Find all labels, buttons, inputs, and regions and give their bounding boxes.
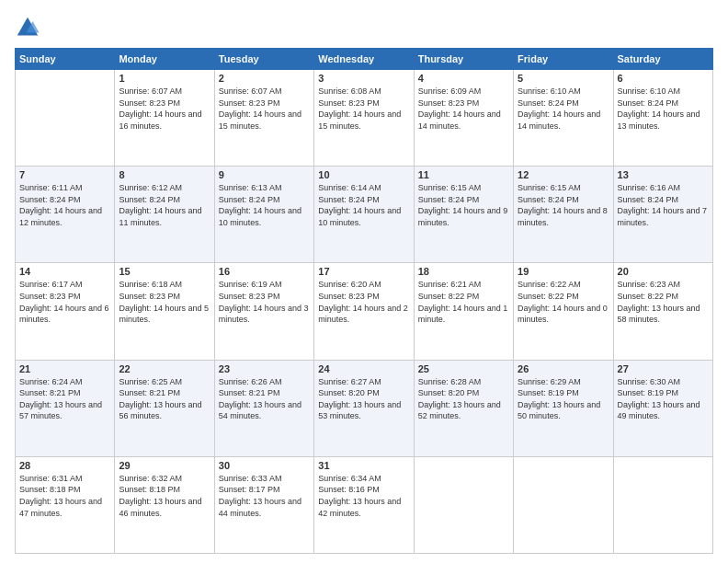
daylight-label: Daylight: 13 hours and 57 minutes.	[19, 400, 102, 421]
sunrise-label: Sunrise: 6:14 AM	[318, 183, 381, 192]
day-number: 21	[19, 363, 110, 374]
weekday-header: Thursday	[414, 49, 513, 70]
sunrise-label: Sunrise: 6:15 AM	[518, 183, 581, 192]
daylight-label: Daylight: 13 hours and 56 minutes.	[119, 400, 201, 421]
calendar-cell: 8 Sunrise: 6:12 AM Sunset: 8:24 PM Dayli…	[115, 167, 214, 263]
daylight-label: Daylight: 14 hours and 5 minutes.	[119, 304, 209, 325]
day-number: 27	[618, 363, 709, 374]
day-number: 16	[219, 266, 310, 277]
calendar-cell	[514, 456, 613, 553]
sunrise-label: Sunrise: 6:29 AM	[518, 377, 581, 386]
day-number: 4	[418, 73, 509, 84]
daylight-label: Daylight: 14 hours and 2 minutes.	[318, 304, 408, 325]
day-number: 26	[518, 363, 609, 374]
day-info: Sunrise: 6:27 AM Sunset: 8:20 PM Dayligh…	[318, 376, 409, 422]
calendar-cell: 3 Sunrise: 6:08 AM Sunset: 8:23 PM Dayli…	[314, 70, 414, 167]
day-number: 8	[119, 169, 210, 180]
calendar-cell: 26 Sunrise: 6:29 AM Sunset: 8:19 PM Dayl…	[514, 360, 613, 456]
day-number: 23	[219, 363, 310, 374]
weekday-header: Saturday	[613, 49, 712, 70]
calendar-cell: 4 Sunrise: 6:09 AM Sunset: 8:23 PM Dayli…	[414, 70, 513, 167]
day-number: 19	[518, 266, 609, 277]
calendar-cell: 10 Sunrise: 6:14 AM Sunset: 8:24 PM Dayl…	[314, 167, 414, 263]
calendar-cell: 21 Sunrise: 6:24 AM Sunset: 8:21 PM Dayl…	[16, 360, 115, 456]
sunrise-label: Sunrise: 6:21 AM	[418, 280, 482, 289]
sunset-label: Sunset: 8:24 PM	[518, 195, 579, 204]
day-number: 25	[418, 363, 509, 374]
day-number: 20	[618, 266, 709, 277]
sunset-label: Sunset: 8:17 PM	[219, 485, 280, 494]
calendar-week-row: 1 Sunrise: 6:07 AM Sunset: 8:23 PM Dayli…	[16, 70, 713, 167]
day-info: Sunrise: 6:16 AM Sunset: 8:24 PM Dayligh…	[618, 182, 709, 228]
calendar-cell: 7 Sunrise: 6:11 AM Sunset: 8:24 PM Dayli…	[16, 167, 115, 263]
day-number: 11	[418, 169, 509, 180]
sunset-label: Sunset: 8:18 PM	[19, 485, 81, 494]
day-info: Sunrise: 6:20 AM Sunset: 8:23 PM Dayligh…	[318, 279, 409, 325]
daylight-label: Daylight: 14 hours and 15 minutes.	[219, 109, 301, 131]
day-number: 22	[119, 363, 210, 374]
sunrise-label: Sunrise: 6:27 AM	[318, 377, 381, 386]
calendar-header-row: SundayMondayTuesdayWednesdayThursdayFrid…	[16, 49, 713, 70]
day-info: Sunrise: 6:11 AM Sunset: 8:24 PM Dayligh…	[19, 182, 110, 228]
sunset-label: Sunset: 8:24 PM	[418, 195, 480, 204]
day-info: Sunrise: 6:10 AM Sunset: 8:24 PM Dayligh…	[518, 86, 609, 132]
calendar-cell: 22 Sunrise: 6:25 AM Sunset: 8:21 PM Dayl…	[115, 360, 214, 456]
calendar-table: SundayMondayTuesdayWednesdayThursdayFrid…	[15, 48, 713, 554]
daylight-label: Daylight: 13 hours and 50 minutes.	[518, 400, 600, 421]
sunrise-label: Sunrise: 6:07 AM	[119, 86, 182, 96]
day-info: Sunrise: 6:24 AM Sunset: 8:21 PM Dayligh…	[19, 376, 110, 422]
sunset-label: Sunset: 8:21 PM	[19, 388, 81, 397]
calendar-cell: 9 Sunrise: 6:13 AM Sunset: 8:24 PM Dayli…	[214, 167, 313, 263]
day-info: Sunrise: 6:07 AM Sunset: 8:23 PM Dayligh…	[119, 86, 210, 132]
daylight-label: Daylight: 13 hours and 52 minutes.	[418, 400, 501, 421]
calendar-cell	[414, 456, 513, 553]
calendar-cell: 15 Sunrise: 6:18 AM Sunset: 8:23 PM Dayl…	[115, 263, 214, 360]
sunset-label: Sunset: 8:23 PM	[19, 292, 81, 301]
day-info: Sunrise: 6:32 AM Sunset: 8:18 PM Dayligh…	[119, 473, 210, 519]
sunrise-label: Sunrise: 6:33 AM	[219, 474, 282, 483]
sunset-label: Sunset: 8:19 PM	[618, 388, 679, 397]
sunset-label: Sunset: 8:23 PM	[219, 292, 280, 301]
daylight-label: Daylight: 13 hours and 53 minutes.	[318, 400, 401, 421]
day-number: 24	[318, 363, 409, 374]
calendar-cell: 6 Sunrise: 6:10 AM Sunset: 8:24 PM Dayli…	[613, 70, 712, 167]
day-number: 12	[518, 169, 609, 180]
daylight-label: Daylight: 13 hours and 44 minutes.	[219, 497, 301, 518]
calendar-cell: 31 Sunrise: 6:34 AM Sunset: 8:16 PM Dayl…	[314, 456, 414, 553]
calendar-cell: 5 Sunrise: 6:10 AM Sunset: 8:24 PM Dayli…	[514, 70, 613, 167]
daylight-label: Daylight: 14 hours and 10 minutes.	[219, 206, 301, 227]
daylight-label: Daylight: 14 hours and 11 minutes.	[119, 206, 201, 227]
sunrise-label: Sunrise: 6:10 AM	[518, 86, 581, 96]
day-info: Sunrise: 6:28 AM Sunset: 8:20 PM Dayligh…	[418, 376, 509, 422]
daylight-label: Daylight: 14 hours and 12 minutes.	[19, 206, 102, 227]
daylight-label: Daylight: 14 hours and 9 minutes.	[418, 206, 508, 227]
weekday-header: Wednesday	[314, 49, 414, 70]
sunset-label: Sunset: 8:23 PM	[119, 98, 180, 108]
calendar-cell: 17 Sunrise: 6:20 AM Sunset: 8:23 PM Dayl…	[314, 263, 414, 360]
sunset-label: Sunset: 8:22 PM	[618, 292, 679, 301]
daylight-label: Daylight: 14 hours and 15 minutes.	[318, 109, 401, 131]
daylight-label: Daylight: 13 hours and 42 minutes.	[318, 497, 401, 518]
sunrise-label: Sunrise: 6:32 AM	[119, 474, 182, 483]
sunrise-label: Sunrise: 6:28 AM	[418, 377, 482, 386]
day-number: 6	[618, 73, 709, 84]
sunrise-label: Sunrise: 6:34 AM	[318, 474, 381, 483]
weekday-header: Monday	[115, 49, 214, 70]
calendar-cell: 29 Sunrise: 6:32 AM Sunset: 8:18 PM Dayl…	[115, 456, 214, 553]
sunrise-label: Sunrise: 6:31 AM	[19, 474, 83, 483]
day-number: 9	[219, 169, 310, 180]
sunrise-label: Sunrise: 6:08 AM	[318, 86, 381, 96]
logo-icon	[15, 15, 40, 40]
sunrise-label: Sunrise: 6:07 AM	[219, 86, 282, 96]
calendar-cell	[16, 70, 115, 167]
weekday-header: Friday	[514, 49, 613, 70]
sunset-label: Sunset: 8:21 PM	[119, 388, 180, 397]
day-info: Sunrise: 6:34 AM Sunset: 8:16 PM Dayligh…	[318, 473, 409, 519]
calendar-cell	[613, 456, 712, 553]
sunset-label: Sunset: 8:23 PM	[418, 98, 480, 108]
daylight-label: Daylight: 13 hours and 58 minutes.	[618, 304, 700, 325]
sunset-label: Sunset: 8:23 PM	[219, 98, 280, 108]
header	[15, 15, 713, 40]
day-info: Sunrise: 6:17 AM Sunset: 8:23 PM Dayligh…	[19, 279, 110, 325]
sunset-label: Sunset: 8:19 PM	[518, 388, 579, 397]
